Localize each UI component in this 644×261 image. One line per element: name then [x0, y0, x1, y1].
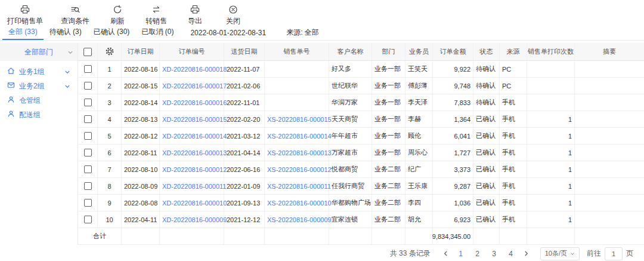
department-dropdown[interactable]: 全部部门: [0, 43, 78, 61]
row-checkbox[interactable]: [84, 82, 92, 90]
row-checkbox[interactable]: [84, 199, 92, 207]
table-row: 12022-08-16XD-20220816-0000182022-11-07好…: [78, 61, 644, 78]
cell-customer: 好又多: [329, 61, 372, 77]
row-checkbox[interactable]: [84, 149, 92, 156]
page-size-select[interactable]: 10条/页: [540, 247, 580, 260]
export-printer-icon: [190, 5, 200, 14]
query-conditions-button[interactable]: 查询条件: [61, 5, 89, 26]
cell-salesperson: 纪广: [405, 161, 433, 177]
cell-order-no[interactable]: XD-20220816-000009: [160, 211, 224, 228]
cell-order-no[interactable]: XD-20220816-000015: [160, 111, 224, 127]
transfer-icon: [151, 5, 161, 14]
row-checkbox[interactable]: [84, 182, 92, 190]
cell-sales-no[interactable]: XS-20220816-000013: [265, 145, 329, 161]
next-page-button[interactable]: [519, 250, 533, 257]
cell-order-date: 2022-08-16: [122, 61, 160, 77]
cell-order-no[interactable]: XD-20220816-000011: [160, 178, 224, 194]
cell-sales-no[interactable]: XS-20220816-000009: [265, 211, 329, 228]
date-range-filter[interactable]: 2022-08-01-2022-08-31: [190, 25, 266, 40]
gear-icon[interactable]: [105, 47, 114, 57]
header-delivery-date: 送货日期: [224, 43, 265, 60]
row-checkbox[interactable]: [84, 99, 92, 106]
row-checkbox[interactable]: [84, 165, 92, 173]
cell-customer: 悦都商贸: [329, 161, 372, 177]
cell-order-no[interactable]: XD-20220816-000017: [160, 78, 224, 94]
row-checkbox-cell: [78, 78, 98, 94]
cell-summary: [575, 161, 644, 177]
cell-customer: 华都购物广场: [329, 195, 372, 211]
cell-sales-no[interactable]: XS-20220816-000010: [265, 195, 329, 211]
cell-order-no[interactable]: XD-20220816-000018: [160, 61, 224, 77]
page-number-2[interactable]: 2: [471, 250, 484, 258]
cell-print-count: 1: [527, 145, 575, 161]
cell-source: 手机: [500, 111, 527, 127]
cell-status: 已确认: [473, 178, 500, 194]
table-row: 92022-08-08XD-20220816-0000102021-09-13X…: [78, 195, 644, 211]
cell-salesperson: 傅彭薄: [405, 78, 433, 94]
page-size-value: 10条/页: [545, 249, 567, 258]
cell-customer: 天天商贸: [329, 111, 372, 127]
cell-dept: 业务二部: [372, 195, 405, 211]
tab-all[interactable]: 全部 (33): [2, 25, 44, 40]
cell-print-count: 1: [527, 178, 575, 194]
cell-salesperson: 李天泽: [405, 94, 433, 110]
cell-source: 手机: [500, 161, 527, 177]
cell-customer: 华润万家: [329, 94, 372, 110]
row-checkbox[interactable]: [84, 216, 92, 223]
header-print-count: 销售单打印次数: [527, 43, 575, 60]
goto-page-input[interactable]: [605, 247, 623, 260]
cell-sales-no[interactable]: XS-20220816-000012: [265, 161, 329, 177]
chevron-down-icon: [64, 83, 70, 91]
cell-seq: 4: [98, 111, 122, 127]
tab-cancelled[interactable]: 已取消 (0): [135, 25, 179, 40]
cell-order-no[interactable]: XD-20220816-000016: [160, 94, 224, 110]
cell-dept: 业务二部: [372, 211, 405, 228]
cell-order-date: 2022-08-13: [122, 111, 160, 127]
page-number-4[interactable]: 4: [504, 250, 518, 258]
close-button[interactable]: 关闭: [223, 5, 243, 26]
goto-label: 前往: [587, 248, 601, 259]
source-filter[interactable]: 来源: 全部: [286, 25, 319, 40]
cell-status: 已确认: [473, 211, 500, 228]
print-sales-order-button[interactable]: 打印销售单: [7, 5, 43, 26]
cell-sales-no[interactable]: XS-20220816-000011: [265, 178, 329, 194]
page-number-3[interactable]: 3: [488, 250, 501, 258]
cell-amount: 9,287: [433, 178, 473, 194]
sidebar-item-business-group1[interactable]: 业务1组: [0, 65, 78, 79]
page-number-1[interactable]: 1: [454, 250, 467, 258]
sidebar-item-delivery-group[interactable]: 配送组: [0, 108, 78, 122]
select-all-checkbox[interactable]: [83, 48, 92, 56]
cell-seq: 5: [98, 128, 122, 144]
cell-seq: 7: [98, 161, 122, 177]
cell-seq: 6: [98, 145, 122, 161]
table-row: 52022-08-12XD-20220816-0000142021-03-12X…: [78, 128, 644, 145]
tab-pending-confirm[interactable]: 待确认 (3): [44, 25, 88, 40]
sidebar-item-business-group2[interactable]: 业务2组: [0, 79, 78, 93]
pagination: 共 33 条记录 1 2 3 4 10条/页 前往 页: [78, 245, 644, 261]
cell-order-no[interactable]: XD-20220816-000013: [160, 145, 224, 161]
cell-customer: 任我行商贸: [329, 178, 372, 194]
transfer-to-sales-button[interactable]: 转销售: [145, 5, 167, 26]
cell-order-no[interactable]: XD-20220816-000014: [160, 128, 224, 144]
row-checkbox[interactable]: [84, 115, 92, 123]
prev-page-button[interactable]: [439, 250, 453, 257]
cell-summary: [575, 94, 644, 110]
row-checkbox[interactable]: [84, 132, 92, 140]
cell-order-no[interactable]: XD-20220816-000010: [160, 195, 224, 211]
tab-confirmed[interactable]: 已确认 (30): [88, 25, 136, 40]
row-checkbox[interactable]: [84, 65, 92, 73]
table-row: 32022-08-14XD-20220816-0000162022-11-01华…: [78, 94, 644, 111]
cell-order-no[interactable]: XD-20220816-000012: [160, 161, 224, 177]
refresh-button[interactable]: 刷新: [107, 5, 128, 26]
cell-sales-no[interactable]: XS-20220816-000014: [265, 128, 329, 144]
sidebar-item-warehouse-group[interactable]: 仓管组: [0, 93, 78, 108]
cell-status: 已确认: [473, 161, 500, 177]
orders-main: 订单日期 订单编号 送货日期 销售单号 客户名称 部门 业务员 订单金额 状态 …: [78, 43, 644, 261]
row-checkbox-cell: [78, 111, 98, 127]
cell-order-date: 2022-08-15: [122, 78, 160, 94]
header-customer: 客户名称: [329, 43, 372, 60]
cell-customer: 年年超市: [329, 128, 372, 144]
cell-sales-no[interactable]: XS-20220816-000015: [265, 111, 329, 127]
export-button[interactable]: 导出: [185, 5, 205, 26]
cell-amount: 6,923: [433, 211, 473, 228]
